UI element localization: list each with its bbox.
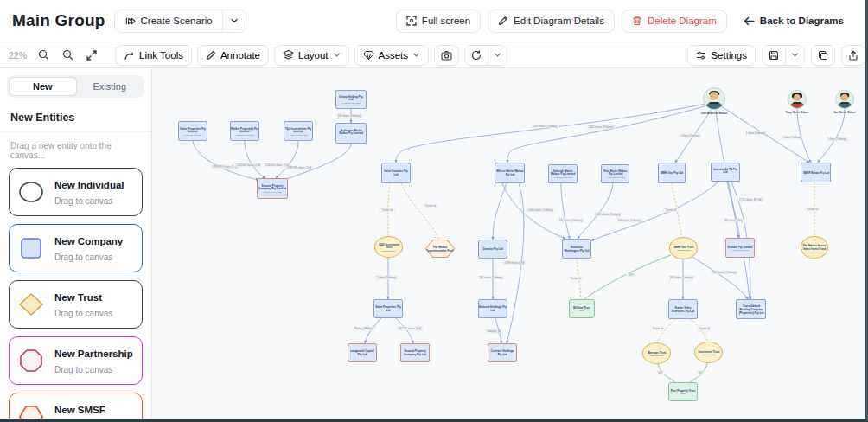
diagram-canvas[interactable]: Group Holding Pty Ltd(ACN 600 000 000)Va… bbox=[152, 68, 865, 419]
edge-label: 1,000,000 shares (Ord) bbox=[234, 163, 263, 167]
canvas-node-label: Consolidated Bowling Company (Properties… bbox=[737, 304, 765, 314]
canvas-node-smsfe[interactable]: SMSF Estate Pty Ltd bbox=[801, 163, 831, 182]
settings-button[interactable]: Settings bbox=[687, 45, 756, 66]
create-scenario-caret[interactable] bbox=[222, 10, 246, 32]
canvas-node-vprops2[interactable]: Value Properties Pty Ltd bbox=[373, 299, 403, 318]
canvas-node-dwash[interactable]: Domestic Washington Pty Ltd bbox=[562, 239, 591, 259]
canvas-node-c2[interactable]: Walker Properties Pty Limited(ACN 600 00… bbox=[230, 121, 259, 141]
zoom-in-button[interactable] bbox=[58, 46, 77, 65]
canvas-node-contr[interactable]: Contract Holdings Pty Ltd bbox=[488, 343, 517, 362]
canvas-node-label: Bill/ami Trust(Unit) bbox=[568, 306, 596, 312]
refresh-caret[interactable] bbox=[488, 46, 507, 65]
canvas-person-av3[interactable] bbox=[835, 90, 854, 109]
palette-new-smsf[interactable]: New SMSFDrag to canvas bbox=[9, 393, 143, 419]
canvas-node-label: Value Properties Pty Limited(ACN 600 000… bbox=[179, 126, 207, 135]
edge-label: 4,999 shares (Ord) bbox=[502, 261, 526, 265]
canvas-node-mfund[interactable]: The Market Sector Index Invest Fund bbox=[801, 236, 828, 259]
back-to-diagrams-link[interactable]: Back to Diagrams bbox=[734, 10, 853, 33]
layers-icon bbox=[283, 49, 294, 61]
canvas-node-label: Contract Holdings Pty Ltd bbox=[488, 349, 516, 355]
canvas-node-vdom[interactable]: Value Domains Pty Ltd bbox=[381, 163, 411, 183]
canvas-node-dred[interactable]: Domain Pty Limited(ACN 600 000 000) bbox=[725, 238, 755, 258]
refresh-button[interactable] bbox=[465, 46, 488, 65]
camera-icon bbox=[441, 50, 452, 61]
pen-icon bbox=[206, 50, 216, 61]
canvas-node-grp[interactable]: Group Holding Pty Ltd(ACN 600 000 000) bbox=[335, 90, 367, 109]
edit-diagram-details-button[interactable]: Edit Diagram Details bbox=[488, 10, 615, 33]
header: Main Group Create Scenario Full screen E… bbox=[0, 0, 865, 42]
canvas-node-n10[interactable]: Ken Martin Walace Pty Limited(ACN 600 00… bbox=[601, 164, 629, 183]
zoom-out-button[interactable] bbox=[34, 46, 53, 65]
share-button[interactable] bbox=[841, 45, 865, 66]
pencil-icon bbox=[498, 16, 508, 26]
canvas-node-n8[interactable]: Wilson Martin Walace Pty Ltd bbox=[495, 163, 525, 183]
edge-label: 1,000 shares (Ordinary) bbox=[530, 125, 559, 128]
canvas-node-barrow[interactable]: Barrows Trust(Discretionary) bbox=[642, 342, 671, 364]
canvas-person-av2[interactable] bbox=[788, 90, 807, 109]
person-name-tag bbox=[840, 102, 848, 104]
trust-diamond-icon bbox=[18, 292, 44, 316]
edge-label: Trustee for bbox=[663, 208, 678, 212]
tab-existing[interactable]: Existing bbox=[77, 77, 144, 96]
save-button[interactable] bbox=[763, 46, 785, 65]
canvas-node-starter[interactable]: Starter Sales Exercises Pty Ltd bbox=[668, 299, 698, 319]
edge-label: Trustee for bbox=[380, 208, 394, 212]
copy-icon bbox=[818, 50, 828, 61]
canvas-node-label: Second Property Company Pty Ltd bbox=[401, 349, 429, 355]
canvas-node-c3[interactable]: T&J Investments Pty Limited(ACN 600 000 … bbox=[284, 121, 313, 141]
canvas-node-center[interactable]: Second Property Company Pty Limited(ACN … bbox=[257, 178, 288, 199]
canvas-node-investt[interactable]: Investment Trust(Discretionary) bbox=[694, 342, 723, 363]
chevron-down-icon bbox=[333, 51, 341, 59]
chevron-down-icon bbox=[494, 51, 501, 59]
canvas-node-longw[interactable]: Longworth Capital Pty Ltd bbox=[348, 343, 377, 362]
create-scenario-button[interactable]: Create Scenario bbox=[115, 10, 222, 32]
canvas-node-label: Value Domains Pty Ltd bbox=[382, 169, 410, 176]
canvas-node-label: MMH One Pty Ltd bbox=[658, 171, 686, 175]
layout-menu-button[interactable]: Layout bbox=[274, 45, 349, 66]
canvas-node-n11[interactable]: MMH One Pty Ltd bbox=[658, 163, 686, 183]
app-window: { "header": { "title": "Main Group", "cr… bbox=[0, 0, 868, 422]
canvas-node-sprop[interactable]: Second Property Company Pty Ltd bbox=[400, 343, 430, 362]
canvas-node-label: Deborah Martin Walace Pty Limited(ACN 60… bbox=[549, 169, 577, 178]
canvas-node-c4[interactable]: Anderson Martin Walker Pty Limited(ACN 6… bbox=[335, 123, 367, 144]
tab-new[interactable]: New bbox=[9, 77, 77, 96]
canvas-node-n12[interactable]: Investor Air TS Pty Ltd(ACN 600 000 000) bbox=[711, 163, 740, 182]
canvas-node-trust1[interactable]: 2020 Investment Trust(Discretionary) bbox=[374, 236, 403, 258]
canvas-node-green1[interactable]: Bill/ami Trust(Unit) bbox=[569, 299, 595, 318]
canvas-node-fprop[interactable]: First Property Trust(Unit) bbox=[668, 382, 698, 401]
edge-label: Primary (Holders) bbox=[353, 327, 375, 330]
person-name-tag bbox=[793, 102, 801, 104]
palette-new-trust[interactable]: New TrustDrag to canvas bbox=[9, 280, 143, 329]
link-tools-button[interactable]: Link Tools bbox=[115, 45, 192, 66]
fit-to-screen-button[interactable] bbox=[82, 46, 101, 65]
canvas-node-n9[interactable]: Deborah Martin Walace Pty Limited(ACN 60… bbox=[548, 164, 578, 183]
canvas-node-dpty[interactable]: Domain Pty Ltd bbox=[478, 240, 507, 259]
save-split-button bbox=[762, 45, 805, 66]
edge-label: Company (A) bbox=[485, 329, 502, 333]
canvas-node-label: First Property Trust(Unit) bbox=[669, 389, 697, 395]
full-screen-button[interactable]: Full screen bbox=[396, 10, 481, 33]
annotate-button[interactable]: Annotate bbox=[197, 45, 269, 66]
copy-button[interactable] bbox=[811, 45, 835, 66]
snapshot-button[interactable] bbox=[434, 45, 459, 66]
edge-label: 100 shares (Ordinary) bbox=[335, 114, 362, 118]
share-upload-icon bbox=[848, 50, 858, 61]
edge-label: 1 share (Ordinary) bbox=[826, 137, 849, 141]
palette-new-company[interactable]: New CompanyDrag to canvas bbox=[9, 224, 143, 272]
canvas-node-consol[interactable]: Consolidated Bowling Company (Properties… bbox=[736, 299, 766, 319]
person-head bbox=[710, 92, 718, 100]
entity-sidebar: New Existing New Entities Drag a new ent… bbox=[0, 68, 152, 419]
palette-new-partnership[interactable]: New PartnershipDrag to canvas bbox=[9, 336, 143, 385]
assets-menu-button[interactable]: Assets bbox=[354, 45, 430, 66]
palette-new-individual[interactable]: New IndividualDrag to canvas bbox=[9, 168, 143, 216]
canvas-node-mmht[interactable]: MMH One Trust(Discretionary) bbox=[669, 237, 698, 259]
edge-label: Trustee for bbox=[423, 204, 437, 208]
canvas-node-label: The Market Sector Index Invest Fund bbox=[801, 244, 828, 250]
save-caret[interactable] bbox=[785, 46, 804, 65]
arrow-left-icon bbox=[744, 16, 755, 26]
canvas-person-av1[interactable] bbox=[703, 87, 725, 110]
canvas-node-label: SMSF Estate Pty Ltd bbox=[802, 171, 830, 175]
canvas-node-c1[interactable]: Value Properties Pty Limited(ACN 600 000… bbox=[178, 121, 207, 141]
canvas-node-nhold[interactable]: National Holdings Pty Ltd bbox=[478, 299, 507, 318]
delete-diagram-button[interactable]: Delete Diagram bbox=[622, 10, 727, 33]
